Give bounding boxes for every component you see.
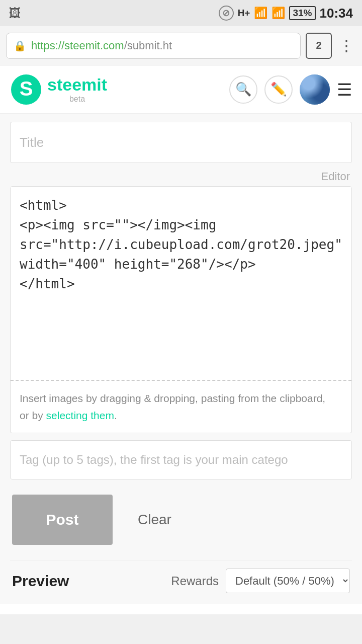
header-icons: 🔍 ✏️ ☰ (229, 74, 352, 105)
preview-row: Preview Rewards Default (50% / 50%) (10, 560, 352, 596)
rewards-row: Rewards Default (50% / 50%) (171, 569, 350, 593)
rewards-select[interactable]: Default (50% / 50%) (226, 569, 350, 593)
title-input[interactable] (11, 122, 351, 163)
search-button[interactable]: 🔍 (229, 75, 257, 104)
action-buttons: Post Clear (10, 495, 352, 545)
time-display: 10:34 (320, 6, 353, 21)
edit-button[interactable]: ✏️ (264, 75, 293, 104)
title-input-wrap (10, 122, 352, 163)
tags-input[interactable] (11, 441, 351, 479)
battery-icon: 31% (289, 6, 315, 20)
url-protocol: https:// (31, 39, 64, 52)
content-editor-wrap: <html> <p><img src=""></img><img src="ht… (10, 186, 352, 433)
browser-menu-button[interactable]: ⋮ (337, 37, 356, 54)
do-not-disturb-icon: ⊘ (219, 6, 234, 21)
editor-label-row: Editor (10, 170, 352, 183)
drop-text-end: . (114, 410, 117, 421)
status-bar: 🖼 ⊘ H+ 📶 📶 31% 10:34 (0, 0, 362, 26)
url-site: steemit.com (64, 39, 124, 52)
content-editor[interactable]: <html> <p><img src=""></img><img src="ht… (11, 187, 351, 378)
logo-text: steemit beta (47, 75, 107, 104)
url-bar[interactable]: 🔒 https://steemit.com/submit.ht (6, 33, 301, 59)
form-area: Editor <html> <p><img src=""></img><img … (0, 114, 362, 604)
tags-input-wrap (10, 440, 352, 479)
drop-area: Insert images by dragging & dropping, pa… (11, 380, 351, 433)
post-button[interactable]: Post (12, 495, 113, 545)
logo-beta: beta (47, 95, 107, 104)
url-path: /submit.ht (124, 39, 172, 52)
clear-button[interactable]: Clear (128, 507, 182, 533)
tab-count-button[interactable]: 2 (306, 33, 332, 59)
preview-label: Preview (12, 573, 69, 590)
browser-bar: 🔒 https://steemit.com/submit.ht 2 ⋮ (0, 26, 362, 65)
drop-text-2: or by (20, 410, 46, 421)
user-avatar[interactable] (300, 74, 330, 105)
site-header: S steemit beta 🔍 ✏️ ☰ (0, 65, 362, 114)
signal-icon: 📶 (254, 7, 267, 20)
drop-text-1: Insert images by dragging & dropping, pa… (20, 392, 325, 404)
url-text: https://steemit.com/submit.ht (31, 39, 293, 52)
rewards-label: Rewards (171, 574, 219, 588)
signal-text: H+ (238, 8, 250, 19)
logo-area: S steemit beta (10, 73, 222, 106)
svg-text:S: S (20, 77, 33, 100)
signal-icon2: 📶 (272, 7, 285, 20)
select-files-link[interactable]: selecting them (46, 410, 114, 421)
steemit-logo-icon: S (10, 73, 42, 106)
hamburger-menu-button[interactable]: ☰ (337, 81, 352, 98)
editor-label: Editor (321, 170, 350, 183)
main-content: S steemit beta 🔍 ✏️ ☰ Editor <html (0, 65, 362, 614)
image-icon: 🖼 (9, 6, 21, 20)
logo-name: steemit (47, 75, 107, 95)
lock-icon: 🔒 (14, 40, 26, 52)
